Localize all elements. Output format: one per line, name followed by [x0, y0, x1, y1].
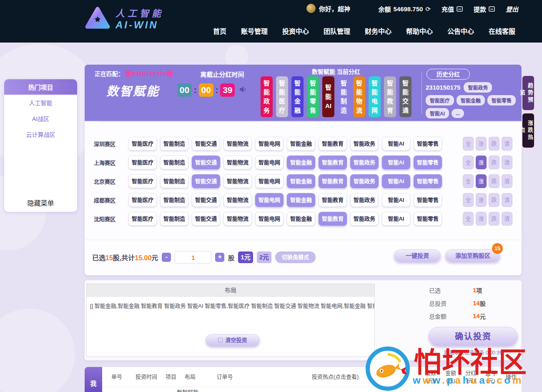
nav-item-首页[interactable]: 首页: [213, 26, 226, 36]
category-button[interactable]: 智能金融: [287, 193, 315, 207]
category-button[interactable]: 智能政务: [350, 193, 379, 207]
recharge-link[interactable]: 充值: [442, 5, 463, 13]
nav-item-在线客服[interactable]: 在线客服: [489, 26, 515, 36]
logout-link[interactable]: 登出: [506, 5, 518, 13]
speaker-icon[interactable]: [239, 86, 247, 95]
qty-minus-button[interactable]: -: [162, 253, 171, 262]
history-dividend-button[interactable]: 历史分红: [427, 69, 470, 80]
clear-invest-button[interactable]: 清空投资: [206, 334, 260, 347]
sidebar-item[interactable]: AI战区: [4, 111, 77, 126]
row-action-button-涨[interactable]: 涨: [476, 156, 487, 169]
category-button[interactable]: 智能物流: [223, 174, 252, 188]
row-action-button-全[interactable]: 全: [463, 174, 474, 188]
row-action-button-全[interactable]: 全: [463, 137, 474, 151]
category-button[interactable]: 智能制造: [160, 174, 188, 188]
category-button[interactable]: 智能交通: [192, 193, 220, 207]
sidebar-item[interactable]: 热门项目: [4, 79, 77, 95]
trend-preview-tab[interactable]: 趋势预览: [522, 76, 534, 110]
row-action-button-清[interactable]: 清: [502, 193, 512, 207]
row-action-button-清[interactable]: 清: [502, 156, 512, 169]
row-action-button-清[interactable]: 清: [502, 137, 512, 151]
history-tag[interactable]: 智能零售: [487, 95, 516, 106]
category-button[interactable]: 智能物流: [223, 156, 252, 169]
category-button[interactable]: 智能零售: [414, 212, 442, 226]
category-button[interactable]: 智能政务: [350, 156, 379, 169]
app-logo[interactable]: 人工智能 AI-WIN: [85, 6, 164, 31]
rise-fall-hotspot-tab[interactable]: 涨跌热点: [522, 113, 534, 148]
category-button[interactable]: 智能医疗: [128, 212, 157, 226]
category-button[interactable]: 智能AI: [382, 137, 410, 151]
row-action-button-跌[interactable]: 跌: [489, 193, 499, 207]
category-button[interactable]: 智能医疗: [128, 156, 157, 169]
withdraw-link[interactable]: 提款: [474, 5, 495, 13]
denom-button[interactable]: 1元: [238, 251, 253, 263]
category-button[interactable]: 智能AI: [382, 212, 410, 226]
refresh-balance-icon[interactable]: ⟳: [425, 5, 431, 13]
category-button[interactable]: 智能教育: [319, 156, 347, 169]
category-button[interactable]: 智能零售: [414, 156, 442, 169]
category-button[interactable]: 智能教育: [319, 137, 347, 151]
category-button[interactable]: 智能物流: [223, 137, 252, 151]
row-action-button-跌[interactable]: 跌: [489, 174, 499, 188]
category-button[interactable]: 智能金融: [287, 212, 315, 226]
confirm-invest-button[interactable]: 确认投资: [429, 327, 518, 346]
category-button[interactable]: 智能零售: [414, 174, 442, 188]
row-action-button-清[interactable]: 清: [502, 212, 512, 226]
row-action-button-全[interactable]: 全: [463, 212, 474, 226]
history-tag[interactable]: 智能金融: [457, 95, 485, 106]
category-button[interactable]: 智能政务: [350, 137, 379, 151]
category-button[interactable]: 智能交通: [192, 156, 220, 169]
category-button[interactable]: 智能电网: [255, 174, 284, 188]
category-button[interactable]: 智能零售: [414, 193, 442, 207]
row-action-button-跌[interactable]: 跌: [489, 212, 499, 226]
category-button[interactable]: 智能电网: [255, 156, 284, 169]
switch-corner-mode-button[interactable]: 切换角模式: [275, 251, 316, 263]
category-button[interactable]: 智能交通: [192, 137, 220, 151]
sidebar-hide-menu[interactable]: 隐藏菜单: [4, 198, 77, 208]
row-action-button-涨[interactable]: 涨: [476, 137, 487, 151]
category-button[interactable]: 智能医疗: [128, 193, 157, 207]
category-button[interactable]: 智能交通: [192, 212, 220, 226]
category-button[interactable]: 智能AI: [382, 193, 410, 207]
sidebar-item[interactable]: 人工智能: [4, 95, 77, 111]
nav-item-账号管理[interactable]: 账号管理: [241, 26, 268, 36]
row-action-button-涨[interactable]: 涨: [476, 174, 487, 188]
sidebar-item[interactable]: 云计算战区: [4, 126, 77, 142]
category-button[interactable]: 智能制造: [160, 193, 188, 207]
category-button[interactable]: 智能政务: [350, 212, 379, 226]
nav-item-公告中心[interactable]: 公告中心: [447, 26, 474, 36]
denom-button[interactable]: 2元: [257, 251, 271, 263]
category-button[interactable]: 智能教育: [319, 174, 347, 188]
category-button[interactable]: 智能电网: [255, 137, 284, 151]
row-action-button-跌[interactable]: 跌: [489, 137, 499, 151]
nav-item-财务中心[interactable]: 财务中心: [365, 26, 391, 36]
category-button[interactable]: 智能医疗: [128, 137, 157, 151]
row-action-button-全[interactable]: 全: [463, 193, 474, 207]
user-avatar[interactable]: [306, 4, 316, 13]
one-click-invest-button[interactable]: 一键投资: [394, 249, 441, 262]
category-button[interactable]: 智能医疗: [128, 174, 157, 188]
qty-input[interactable]: [175, 251, 211, 264]
history-tag[interactable]: 智能政务: [464, 82, 492, 93]
category-button[interactable]: 智能金融: [287, 174, 315, 188]
nav-item-帮助中心[interactable]: 帮助中心: [406, 26, 433, 36]
category-button[interactable]: 智能制造: [160, 156, 188, 169]
add-to-cart-button[interactable]: 添加至购股区: [445, 249, 500, 262]
row-action-button-清[interactable]: 清: [502, 174, 512, 188]
category-button[interactable]: 智能交通: [192, 174, 220, 188]
category-button[interactable]: 智能物流: [223, 212, 252, 226]
history-tag[interactable]: 智能AI: [426, 108, 449, 118]
my-orders-tab[interactable]: 我: [85, 367, 102, 392]
category-button[interactable]: 智能制造: [160, 137, 188, 151]
category-button[interactable]: 智能电网: [255, 193, 284, 207]
category-button[interactable]: 智能零售: [414, 137, 442, 151]
row-action-button-涨[interactable]: 涨: [476, 193, 487, 207]
row-action-button-全[interactable]: 全: [463, 156, 474, 169]
nav-item-投资中心[interactable]: 投资中心: [282, 26, 309, 36]
history-tag[interactable]: 智能医疗: [426, 95, 454, 106]
history-tag[interactable]: ...: [452, 109, 464, 118]
category-button[interactable]: 智能教育: [319, 193, 347, 207]
qty-plus-button[interactable]: +: [215, 253, 224, 262]
row-action-button-跌[interactable]: 跌: [489, 156, 499, 169]
category-button[interactable]: 智能金融: [287, 137, 315, 151]
